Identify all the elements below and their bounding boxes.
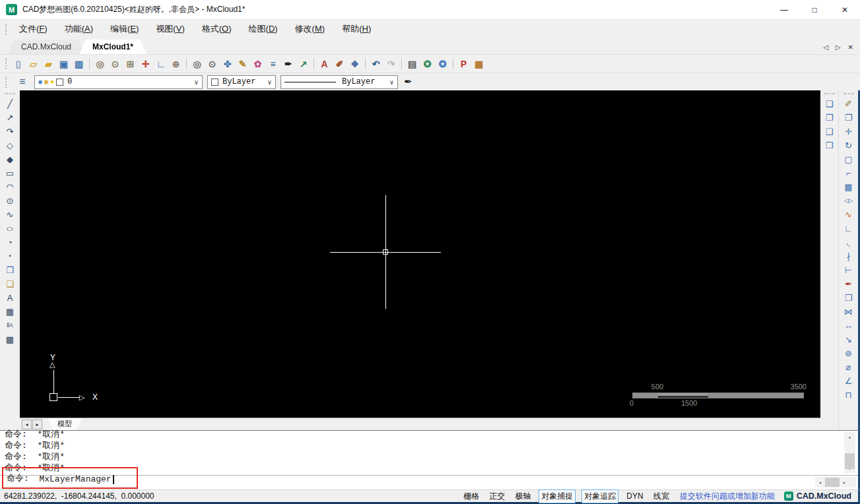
export-button[interactable]: ↗ bbox=[296, 57, 311, 71]
draworder-front-button[interactable]: ❏ bbox=[822, 97, 837, 110]
create-block-tool[interactable]: ❏ bbox=[3, 277, 17, 290]
save-as-button[interactable]: ▥ bbox=[71, 57, 86, 71]
insert-block-tool[interactable]: ❐ bbox=[3, 263, 17, 276]
dim-linear-button[interactable]: ↔ bbox=[842, 319, 856, 332]
tab-scroll-right-icon[interactable]: ▷ bbox=[836, 44, 841, 51]
new-button[interactable]: ▯ bbox=[11, 57, 26, 71]
move-button[interactable]: ✛ bbox=[842, 125, 856, 138]
rectangle-tool[interactable]: ▭ bbox=[3, 166, 17, 179]
zoom-in-button[interactable]: ⊕ bbox=[168, 57, 183, 71]
sketch-button[interactable]: ✎ bbox=[235, 57, 250, 71]
zoom-back-button[interactable]: ⊙ bbox=[205, 57, 220, 71]
brush-button[interactable]: ✒ bbox=[281, 57, 296, 71]
spline-edit-button[interactable]: ∿ bbox=[842, 208, 856, 221]
minimize-button[interactable]: — bbox=[769, 0, 799, 20]
offset-button[interactable]: ⌐ bbox=[842, 166, 856, 179]
zoom-extents-button[interactable]: ⊞ bbox=[123, 57, 138, 71]
toggle-otrack[interactable]: 对象追踪 bbox=[581, 489, 618, 503]
chamfer-button[interactable]: ∟ bbox=[842, 222, 856, 235]
zoom-object-button[interactable]: ◎ bbox=[189, 57, 205, 71]
menu-format[interactable]: 格式(O) bbox=[193, 20, 240, 38]
ray-tool[interactable]: ↗ bbox=[3, 111, 17, 124]
color-select[interactable]: ByLayer ∨ bbox=[207, 75, 276, 89]
scroll-up-icon[interactable]: ▴ bbox=[844, 432, 855, 441]
palette-button[interactable]: ✿ bbox=[250, 57, 265, 71]
feedback-link[interactable]: 提交软件问题或增加新功能 bbox=[680, 491, 775, 502]
toggle-lineweight[interactable]: 线宽 bbox=[651, 490, 671, 503]
toggle-dyn[interactable]: DYN bbox=[624, 491, 645, 501]
print-button[interactable]: ▤ bbox=[405, 57, 420, 71]
maximize-button[interactable]: □ bbox=[799, 0, 830, 20]
hatch-tool[interactable]: ▩ bbox=[3, 332, 17, 346]
layer-select[interactable]: ◉ ▣ ● 0 ∨ bbox=[34, 75, 203, 89]
undo-button[interactable]: ↶ bbox=[368, 57, 383, 71]
rotate-button[interactable]: ↻ bbox=[842, 139, 856, 152]
ucs-axis-button[interactable]: ∟ bbox=[153, 57, 168, 71]
dim-diameter-button[interactable]: ⌀ bbox=[842, 360, 856, 373]
arc-tool[interactable]: ◠ bbox=[3, 180, 17, 193]
id-point-button[interactable]: ✜ bbox=[220, 57, 235, 71]
table-tool[interactable]: ▦ bbox=[3, 305, 17, 318]
erase-button[interactable]: ✐ bbox=[842, 97, 856, 110]
image-export-button[interactable]: ▦ bbox=[471, 57, 486, 71]
menu-modify[interactable]: 修改(M) bbox=[286, 20, 334, 38]
open-button[interactable]: ▱ bbox=[26, 57, 41, 71]
menu-file[interactable]: 文件(F) bbox=[11, 20, 56, 38]
zoom-window-button[interactable]: ⊙ bbox=[108, 57, 123, 71]
display-settings-button[interactable]: ❖ bbox=[347, 57, 362, 71]
dim-aligned-button[interactable]: ↘ bbox=[842, 332, 856, 346]
pdf-export-button[interactable]: P bbox=[456, 57, 471, 71]
polyline-edit-button[interactable]: ❒ bbox=[842, 291, 856, 304]
dim-radius-button[interactable]: ⊚ bbox=[842, 346, 856, 360]
drawing-canvas[interactable]: Y △ ▷ X 500 3500 0 1500 bbox=[20, 90, 820, 418]
break-button[interactable]: ⋈ bbox=[842, 305, 856, 318]
menu-view[interactable]: 视图(V) bbox=[147, 20, 193, 38]
toggle-grid[interactable]: 栅格 bbox=[461, 490, 481, 503]
separator[interactable] bbox=[186, 58, 187, 69]
zoom-inout-button[interactable]: ◎ bbox=[92, 57, 108, 71]
command-input[interactable]: MxLayerManager bbox=[39, 474, 111, 484]
tab-mxcloud1[interactable]: MxCloud1* bbox=[79, 40, 147, 54]
layout-scroll-left-button[interactable]: ◂ bbox=[22, 420, 32, 429]
ellipse-arc-tool[interactable]: ◔ bbox=[3, 236, 17, 249]
layout-scroll-right-button[interactable]: ▸ bbox=[32, 420, 42, 429]
toggle-osnap[interactable]: 对象捕捉 bbox=[539, 489, 576, 503]
scale-button[interactable]: ▢ bbox=[842, 152, 856, 166]
separator[interactable] bbox=[365, 58, 366, 69]
ellipse-tool[interactable]: ○ bbox=[3, 222, 17, 235]
array-button[interactable]: ▦ bbox=[842, 180, 856, 193]
text-tool[interactable]: A bbox=[3, 291, 17, 304]
command-vertical-scrollbar[interactable]: ▴ ▾ bbox=[844, 432, 855, 473]
match-properties-button[interactable]: ✒ bbox=[842, 277, 856, 290]
polygon-tool[interactable]: ◇ bbox=[3, 139, 17, 152]
scroll-right-icon[interactable]: ▸ bbox=[840, 477, 849, 488]
menu-edit[interactable]: 编辑(E) bbox=[102, 20, 147, 38]
separator[interactable] bbox=[89, 58, 90, 69]
menu-draw[interactable]: 绘图(D) bbox=[240, 20, 286, 38]
update-button[interactable]: ✪ bbox=[435, 57, 450, 71]
line-tool[interactable]: ╱ bbox=[3, 97, 17, 110]
draworder-back-button[interactable]: ❐ bbox=[822, 111, 837, 124]
menu-help[interactable]: 帮助(H) bbox=[333, 20, 380, 38]
spline-tool[interactable]: ∿ bbox=[3, 208, 17, 221]
scrollbar-thumb[interactable] bbox=[845, 453, 855, 469]
open-cloud-button[interactable]: ▰ bbox=[41, 57, 56, 71]
layer-stack-button[interactable]: ≡ bbox=[265, 57, 281, 71]
toggle-ortho[interactable]: 正交 bbox=[487, 490, 507, 503]
circle-tool[interactable]: ⊙ bbox=[3, 194, 17, 207]
web-button[interactable]: ✪ bbox=[420, 57, 435, 71]
separator[interactable] bbox=[401, 58, 402, 69]
scroll-left-icon[interactable]: ◂ bbox=[815, 477, 825, 488]
polyline-tool[interactable]: ↷ bbox=[3, 125, 17, 138]
redo-button[interactable]: ↷ bbox=[383, 57, 399, 71]
toggle-polar[interactable]: 极轴 bbox=[513, 490, 533, 503]
separator[interactable] bbox=[453, 58, 453, 69]
match-properties-icon[interactable]: ✒ bbox=[404, 76, 413, 88]
polygon-filled-tool[interactable]: ◆ bbox=[3, 152, 17, 166]
tab-scroll-left-icon[interactable]: ◁ bbox=[823, 44, 828, 51]
menu-function[interactable]: 功能(A) bbox=[56, 20, 102, 38]
scrollbar-thumb[interactable] bbox=[825, 478, 840, 487]
scrollbar-track[interactable] bbox=[844, 441, 855, 464]
pan-button[interactable]: ✛ bbox=[138, 57, 153, 71]
tab-close-icon[interactable]: ✕ bbox=[848, 44, 853, 51]
